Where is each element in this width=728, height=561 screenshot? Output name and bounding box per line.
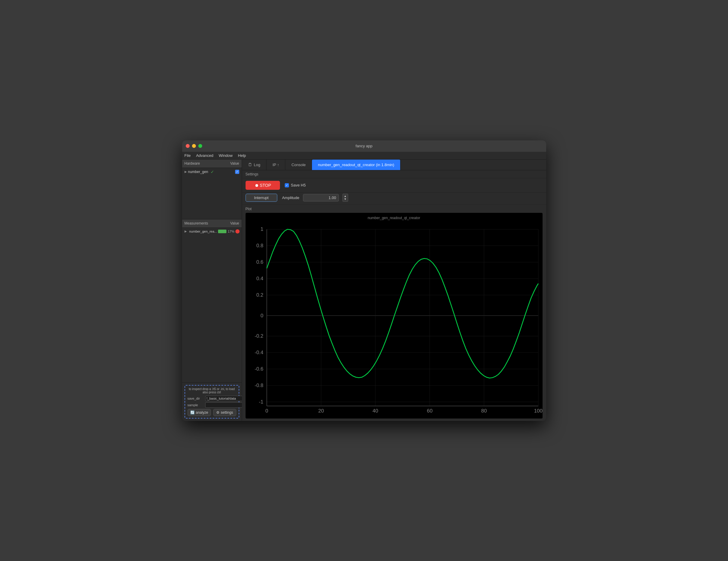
settings-label: settings [221, 411, 233, 415]
measurements-content: ▶ number_gen_rea... 17% [182, 228, 242, 382]
hardware-value-col: Value [230, 161, 239, 165]
hardware-title: Hardware [185, 161, 200, 165]
settings-button[interactable]: ⚙ settings [213, 409, 236, 416]
svg-text:0.2: 0.2 [256, 292, 263, 298]
main-content: Hardware Value ▶ number_gen ✓ Measuremen… [182, 159, 546, 421]
interrupt-button[interactable]: Interrupt [246, 194, 277, 202]
settings-icon: ⚙ [216, 411, 220, 415]
tab-console-label: Console [291, 162, 306, 167]
measurements-value-col: Value [230, 221, 239, 225]
bottom-panel-wrap: to inspect drop a .h5 or .ini, to load a… [182, 383, 242, 421]
svg-text:-0.2: -0.2 [255, 334, 263, 339]
measurement-label: number_gen_rea... [189, 229, 217, 233]
settings-row: Settings [242, 170, 546, 178]
svg-text:-0.4: -0.4 [255, 350, 263, 356]
menu-file[interactable]: File [185, 153, 191, 158]
tab-ip[interactable]: IP ↑ [266, 159, 285, 170]
measurement-stop-button[interactable] [235, 229, 240, 233]
sample-row: sample [188, 402, 236, 408]
hardware-item-number-gen[interactable]: ▶ number_gen ✓ [182, 168, 242, 175]
svg-text:20: 20 [318, 408, 324, 414]
svg-text:-1: -1 [259, 399, 263, 405]
tabs-bar: 🗒 Log IP ↑ Console number_gen_readout_qt… [242, 159, 546, 170]
menu-advanced[interactable]: Advanced [196, 153, 213, 158]
amplitude-label: Amplitude [282, 195, 299, 200]
app-window: fancy app File Advanced Window Help Hard… [182, 140, 546, 421]
settings-section-label: Settings [246, 172, 258, 176]
plot-container: number_gen_readout_qt_creator [246, 213, 543, 418]
hardware-content: ▶ number_gen ✓ [182, 168, 242, 219]
log-icon: 🗒 [248, 162, 252, 167]
close-button[interactable] [186, 144, 190, 148]
stop-button[interactable]: ⏺ STOP [246, 181, 280, 190]
save-h5-checkbox-icon [285, 183, 289, 187]
svg-text:0.8: 0.8 [256, 243, 263, 249]
save-dir-row: save_dir ... [188, 396, 236, 401]
progress-bar [218, 229, 226, 233]
interrupt-row: Interrupt Amplitude ▲ ▼ [242, 192, 546, 205]
svg-text:60: 60 [427, 408, 432, 414]
spinner-up-icon: ▲ [344, 194, 347, 198]
sample-label: sample [188, 403, 204, 407]
tab-log-label: Log [254, 162, 261, 167]
svg-text:100: 100 [534, 408, 542, 414]
save-h5-label: Save H5 [291, 183, 306, 187]
measurements-header: Measurements Value [182, 219, 242, 228]
title-bar: fancy app [182, 140, 546, 152]
measurement-item[interactable]: ▶ number_gen_rea... 17% [182, 228, 242, 234]
tree-arrow-icon: ▶ [185, 170, 187, 173]
tab-number-gen-label: number_gen_readout_qt_creator (in 1.8min… [318, 162, 394, 167]
analyze-button[interactable]: 🔄 analyze [188, 409, 211, 416]
svg-text:0.4: 0.4 [256, 276, 263, 282]
svg-text:0: 0 [261, 313, 263, 319]
tab-log[interactable]: 🗒 Log [242, 159, 267, 170]
bottom-panel: to inspect drop a .h5 or .ini, to load a… [185, 385, 239, 419]
right-panel: 🗒 Log IP ↑ Console number_gen_readout_qt… [242, 159, 546, 421]
hardware-checkbox[interactable] [235, 170, 239, 174]
menu-help[interactable]: Help [238, 153, 246, 158]
amplitude-row: Amplitude ▲ ▼ [282, 194, 348, 202]
tab-console[interactable]: Console [285, 159, 312, 170]
menu-bar: File Advanced Window Help [182, 152, 546, 159]
svg-text:-0.6: -0.6 [255, 367, 263, 372]
minimize-button[interactable] [192, 144, 196, 148]
plot-label: Plot [246, 207, 543, 211]
controls-row: ⏺ STOP Save H5 [242, 178, 546, 192]
measurements-section: Measurements Value ▶ number_gen_rea... 1… [182, 219, 242, 383]
tab-ip-label: IP ↑ [272, 162, 279, 167]
tab-number-gen[interactable]: number_gen_readout_qt_creator (in 1.8min… [312, 159, 400, 170]
svg-text:0: 0 [265, 408, 268, 414]
analyze-label: analyze [196, 411, 208, 415]
save-dir-label: save_dir [188, 397, 204, 400]
save-h5-checkbox[interactable]: Save H5 [285, 183, 306, 187]
left-panel: Hardware Value ▶ number_gen ✓ Measuremen… [182, 159, 242, 421]
hardware-section: Hardware Value ▶ number_gen ✓ [182, 159, 242, 219]
plot-svg: 1 0.8 0.6 0.4 0.2 0 -0.2 -0.4 -0.6 -0.8 … [246, 213, 543, 418]
tree-arrow-icon: ▶ [185, 229, 187, 233]
svg-text:1: 1 [261, 226, 263, 232]
hardware-item-label: number_gen [188, 170, 208, 174]
menu-window[interactable]: Window [219, 153, 232, 158]
maximize-button[interactable] [198, 144, 202, 148]
plot-section: Plot number_gen_readout_qt_creator [242, 204, 546, 421]
measurement-percent: 17% [228, 229, 234, 233]
measurements-title: Measurements [185, 221, 208, 225]
amplitude-spinner[interactable]: ▲ ▼ [342, 194, 348, 202]
svg-text:0.6: 0.6 [256, 259, 263, 265]
spinner-down-icon: ▼ [344, 197, 347, 201]
bottom-actions: 🔄 analyze ⚙ settings [188, 409, 236, 416]
svg-text:-0.8: -0.8 [255, 383, 263, 388]
window-title: fancy app [356, 144, 372, 148]
svg-text:80: 80 [481, 408, 487, 414]
svg-text:40: 40 [372, 408, 378, 414]
amplitude-input[interactable] [303, 194, 339, 201]
bottom-hint: to inspect drop a .h5 or .ini, to load a… [188, 387, 236, 394]
analyze-icon: 🔄 [190, 411, 195, 415]
window-controls [186, 144, 202, 148]
checkmark-icon: ✓ [211, 169, 214, 174]
hardware-header: Hardware Value [182, 159, 242, 168]
